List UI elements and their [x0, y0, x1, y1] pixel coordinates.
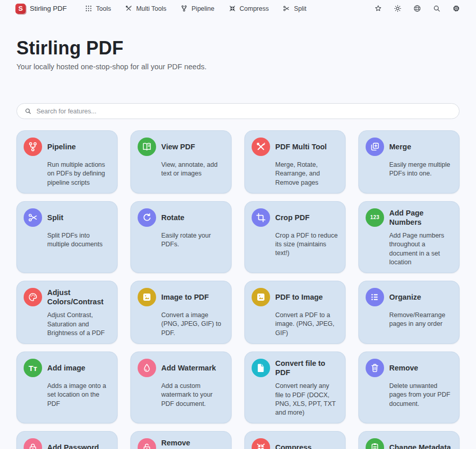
file-icon	[252, 359, 270, 377]
feature-card-merge[interactable]: Merge Easily merge multiple PDFs into on…	[358, 130, 460, 193]
nav-item-label: Split	[294, 5, 306, 12]
book-open-icon	[141, 141, 153, 152]
text-tt-icon: Tт	[29, 364, 37, 373]
pipeline-icon	[27, 141, 39, 152]
nav-item-label: Compress	[240, 5, 269, 12]
feature-card-convert-file-to-pdf[interactable]: Convert file to PDF Convert nearly any f…	[244, 352, 346, 423]
nav-item-label: Tools	[96, 5, 111, 12]
star-icon	[374, 4, 383, 13]
feature-card-pdf-multi-tool[interactable]: PDF Multi Tool Merge, Rotate, Rearrange,…	[244, 130, 346, 193]
sun-icon	[393, 4, 402, 13]
nav-item-pipeline[interactable]: Pipeline	[180, 5, 214, 12]
feature-card-add-page-numbers[interactable]: 123 Add Page Numbers Add Page numbers th…	[358, 201, 460, 273]
crop-icon	[255, 212, 266, 223]
feature-card-pdf-to-image[interactable]: PDF to Image Convert a PDF to a image. (…	[244, 281, 346, 344]
water-drop-icon	[141, 362, 153, 374]
image-icon	[255, 291, 266, 303]
apps-icon	[85, 5, 92, 12]
merge-pages-icon	[366, 138, 384, 156]
list-icon	[369, 291, 380, 303]
card-title: Add Watermark	[161, 363, 216, 373]
search-icon	[24, 107, 32, 115]
nav-menu: Tools Multi Tools Pipeline Compress Spli…	[85, 5, 307, 12]
feature-search-bar	[16, 103, 460, 119]
card-description: Run multiple actions on PDFs by defining…	[47, 161, 110, 187]
tools-icon	[125, 5, 132, 12]
card-description: Crop a PDF to reduce its size (maintains…	[275, 231, 338, 258]
lock-open-icon	[138, 438, 156, 449]
feature-card-compress[interactable]: Compress Compress PDFs to reduce their f…	[244, 431, 346, 449]
card-description: View, annotate, add text or images	[161, 161, 224, 179]
clipboard-icon	[369, 442, 380, 449]
card-description: Convert a image (PNG, JPEG, GIF) to PDF.	[161, 311, 224, 338]
image-icon	[138, 288, 156, 306]
search-icon-button[interactable]	[432, 4, 441, 13]
merge-pages-icon	[369, 141, 380, 152]
numbers-123-icon: 123	[366, 208, 384, 227]
feature-card-remove-password[interactable]: Remove Password Remove password protecti…	[130, 431, 232, 449]
brand-label: Stirling PDF	[30, 5, 67, 12]
compress-icon	[229, 5, 236, 12]
card-title: Crop PDF	[275, 213, 310, 222]
card-description: Add Page numbers throughout a document i…	[389, 231, 452, 267]
nav-item-tools[interactable]: Tools	[85, 5, 111, 12]
gear-icon	[452, 4, 461, 13]
favourites-star-icon[interactable]	[374, 4, 383, 13]
apps-icon	[85, 5, 92, 12]
card-description: Adjust Contrast, Saturation and Brightne…	[47, 311, 110, 338]
feature-card-add-image[interactable]: Tт Add image Adds a image onto a set loc…	[16, 352, 118, 423]
nav-item-multi-tools[interactable]: Multi Tools	[125, 5, 166, 12]
card-description: Adds a image onto a set location on the …	[47, 382, 110, 408]
page-title: Stirling PDF	[16, 37, 460, 59]
top-navbar: S Stirling PDF Tools Multi Tools Pipelin…	[0, 0, 476, 17]
feature-card-pipeline[interactable]: Pipeline Run multiple actions on PDFs by…	[16, 130, 118, 193]
settings-gear-icon[interactable]	[452, 4, 461, 13]
card-title: Merge	[389, 142, 411, 151]
feature-card-crop-pdf[interactable]: Crop PDF Crop a PDF to reduce its size (…	[244, 201, 346, 273]
tools-icon	[255, 141, 266, 152]
card-title: Adjust Colors/Contrast	[47, 288, 110, 306]
feature-card-adjust-colors-contrast[interactable]: Adjust Colors/Contrast Adjust Contrast, …	[16, 281, 118, 344]
card-description: Add a custom watermark to your PDF docum…	[161, 382, 224, 408]
palette-icon	[24, 288, 42, 306]
numbers-123-icon: 123	[370, 214, 379, 220]
feature-card-add-watermark[interactable]: Add Watermark Add a custom watermark to …	[130, 352, 232, 423]
rotate-icon	[141, 212, 153, 223]
card-title: Rotate	[161, 213, 184, 222]
feature-card-image-to-pdf[interactable]: Image to PDF Convert a image (PNG, JPEG,…	[130, 281, 232, 344]
feature-card-change-metadata[interactable]: Change Metadata Change/Remove/Add metada…	[358, 431, 460, 449]
card-title: Image to PDF	[161, 292, 209, 302]
trash-icon	[369, 362, 380, 374]
card-title: Split	[47, 213, 63, 222]
crop-icon	[252, 208, 270, 227]
pipeline-icon	[180, 5, 188, 12]
tools-icon	[125, 5, 132, 12]
theme-toggle-sun-icon[interactable]	[393, 4, 402, 13]
card-description: Merge, Rotate, Rearrange, and Remove pag…	[275, 161, 338, 187]
text-tt-icon: Tт	[24, 359, 42, 377]
feature-card-organize[interactable]: Organize Remove/Rearrange pages in any o…	[358, 281, 460, 344]
feature-card-grid: Pipeline Run multiple actions on PDFs by…	[16, 130, 460, 449]
card-title: Change Metadata	[389, 443, 451, 449]
brand[interactable]: S Stirling PDF	[15, 4, 67, 14]
feature-card-rotate[interactable]: Rotate Easily rotate your PDFs.	[130, 201, 232, 273]
list-icon	[366, 288, 384, 306]
palette-icon	[27, 291, 39, 303]
tools-icon	[252, 138, 270, 156]
feature-card-add-password[interactable]: Add Password Encrypt your PDF document w…	[16, 431, 118, 449]
search-input[interactable]	[36, 108, 452, 115]
rotate-icon	[138, 208, 156, 227]
nav-item-label: Multi Tools	[136, 5, 166, 12]
globe-icon	[413, 4, 422, 13]
feature-card-remove[interactable]: Remove Delete unwanted pages from your P…	[358, 352, 460, 423]
nav-item-compress[interactable]: Compress	[229, 5, 269, 12]
card-title: Pipeline	[47, 142, 76, 151]
compress-icon	[255, 442, 266, 449]
card-description: Easily merge multiple PDFs into one.	[389, 161, 452, 179]
feature-card-split[interactable]: Split Split PDFs into multiple documents	[16, 201, 118, 273]
nav-item-split[interactable]: Split	[282, 5, 306, 12]
feature-card-view-pdf[interactable]: View PDF View, annotate, add text or ima…	[130, 130, 232, 193]
language-globe-icon[interactable]	[413, 4, 422, 13]
card-title: Add Password	[47, 443, 99, 449]
book-open-icon	[138, 138, 156, 156]
